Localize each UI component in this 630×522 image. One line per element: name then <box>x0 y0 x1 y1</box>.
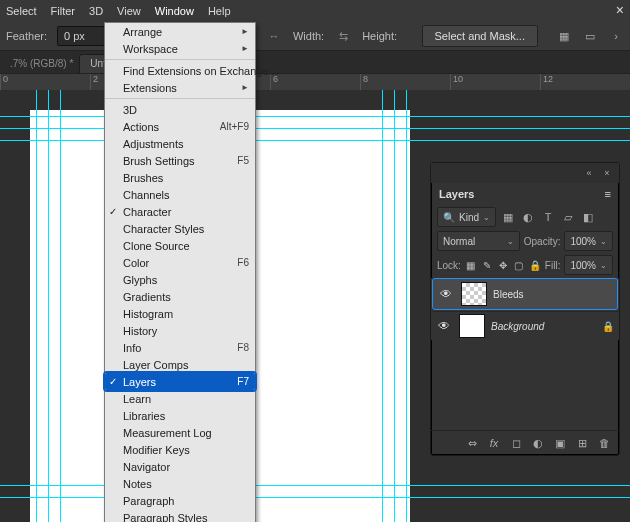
menu-item-paragraph[interactable]: Paragraph <box>105 492 255 509</box>
guide[interactable] <box>382 90 383 522</box>
menu-item-notes[interactable]: Notes <box>105 475 255 492</box>
lock-transparent-icon[interactable]: ▦ <box>465 258 477 272</box>
menu-item-histogram[interactable]: Histogram <box>105 305 255 322</box>
menu-help[interactable]: Help <box>208 5 231 17</box>
filter-type-icon[interactable]: T <box>540 209 556 225</box>
new-layer-icon[interactable]: ⊞ <box>575 436 589 450</box>
layer-list: 👁Bleeds👁Background🔒 <box>431 278 619 340</box>
menu-item-color[interactable]: ColorF6 <box>105 254 255 271</box>
menu-item-3d[interactable]: 3D <box>105 101 255 118</box>
opacity-input[interactable]: 100%⌄ <box>564 231 613 251</box>
menu-item-brush-settings[interactable]: Brush SettingsF5 <box>105 152 255 169</box>
opacity-label: Opacity: <box>524 236 561 247</box>
guide[interactable] <box>0 128 630 129</box>
feather-input[interactable]: 0 px <box>57 26 105 46</box>
filter-shape-icon[interactable]: ▱ <box>560 209 576 225</box>
fill-input[interactable]: 100%⌄ <box>564 255 613 275</box>
panel-title[interactable]: Layers≡ <box>431 183 619 205</box>
delete-icon[interactable]: 🗑 <box>597 436 611 450</box>
visibility-icon[interactable]: 👁 <box>435 319 453 333</box>
select-and-mask-button[interactable]: Select and Mask... <box>422 25 539 47</box>
collapse-icon[interactable]: « <box>583 167 595 179</box>
menu-item-navigator[interactable]: Navigator <box>105 458 255 475</box>
menu-item-arrange[interactable]: Arrange <box>105 23 255 40</box>
lock-icon[interactable]: 🔒 <box>601 321 615 332</box>
lock-artboard-icon[interactable]: ▢ <box>513 258 525 272</box>
mask-icon[interactable]: ◻ <box>509 436 523 450</box>
height-label: Height: <box>362 30 397 42</box>
guide[interactable] <box>0 497 630 498</box>
width-icon: ↔ <box>265 27 283 45</box>
menu-item-brushes[interactable]: Brushes <box>105 169 255 186</box>
menu-item-info[interactable]: InfoF8 <box>105 339 255 356</box>
lock-all-icon[interactable]: 🔒 <box>529 258 541 272</box>
kind-filter[interactable]: 🔍Kind⌄ <box>437 207 496 227</box>
menu-filter[interactable]: Filter <box>51 5 75 17</box>
guide[interactable] <box>0 485 630 486</box>
panel-icon[interactable]: ▭ <box>582 28 598 44</box>
menu-item-character[interactable]: Character <box>105 203 255 220</box>
filter-smart-icon[interactable]: ◧ <box>580 209 596 225</box>
guide[interactable] <box>48 90 49 522</box>
guide[interactable] <box>394 90 395 522</box>
menu-item-history[interactable]: History <box>105 322 255 339</box>
menu-item-gradients[interactable]: Gradients <box>105 288 255 305</box>
close-icon[interactable]: × <box>601 167 613 179</box>
blend-mode-select[interactable]: Normal⌄ <box>437 231 520 251</box>
menu-select[interactable]: Select <box>6 5 37 17</box>
menu-item-channels[interactable]: Channels <box>105 186 255 203</box>
menu-item-paragraph-styles[interactable]: Paragraph Styles <box>105 509 255 522</box>
guide[interactable] <box>0 140 630 141</box>
layer-name[interactable]: Background <box>491 321 544 332</box>
options-bar: Feather: 0 px ↔ Width: ⇆ Height: Select … <box>0 22 630 51</box>
menu-item-layers[interactable]: LayersF7 <box>105 373 255 390</box>
arrow-icon[interactable]: › <box>608 28 624 44</box>
menu-item-libraries[interactable]: Libraries <box>105 407 255 424</box>
menu-item-clone-source[interactable]: Clone Source <box>105 237 255 254</box>
menu-item-adjustments[interactable]: Adjustments <box>105 135 255 152</box>
menu-item-actions[interactable]: ActionsAlt+F9 <box>105 118 255 135</box>
layer-name[interactable]: Bleeds <box>493 289 524 300</box>
lock-label: Lock: <box>437 260 461 271</box>
width-label: Width: <box>293 30 324 42</box>
guide[interactable] <box>60 90 61 522</box>
menu-3d[interactable]: 3D <box>89 5 103 17</box>
group-icon[interactable]: ▣ <box>553 436 567 450</box>
panel-menu-icon[interactable]: ≡ <box>605 188 611 200</box>
filter-pixel-icon[interactable]: ▦ <box>500 209 516 225</box>
menu-item-find-extensions-on-exchange-[interactable]: Find Extensions on Exchange... <box>105 62 255 79</box>
menu-item-modifier-keys[interactable]: Modifier Keys <box>105 441 255 458</box>
fx-icon[interactable]: fx <box>487 436 501 450</box>
menu-item-learn[interactable]: Learn <box>105 390 255 407</box>
lock-pixels-icon[interactable]: ✎ <box>481 258 493 272</box>
menu-item-glyphs[interactable]: Glyphs <box>105 271 255 288</box>
lock-position-icon[interactable]: ✥ <box>497 258 509 272</box>
guide[interactable] <box>0 116 630 117</box>
menu-view[interactable]: View <box>117 5 141 17</box>
visibility-icon[interactable]: 👁 <box>437 287 455 301</box>
menu-item-character-styles[interactable]: Character Styles <box>105 220 255 237</box>
guide[interactable] <box>36 90 37 522</box>
menu-item-extensions[interactable]: Extensions <box>105 79 255 96</box>
layer-row[interactable]: 👁Bleeds <box>432 278 618 310</box>
menu-item-layer-comps[interactable]: Layer Comps <box>105 356 255 373</box>
swap-icon[interactable]: ⇆ <box>334 27 352 45</box>
document-tabs: .7% (RGB/8) * Untitled-1 <box>0 51 630 73</box>
grid-icon[interactable]: ▦ <box>556 28 572 44</box>
link-layers-icon[interactable]: ⇔ <box>465 436 479 450</box>
guide[interactable] <box>406 90 407 522</box>
window-menu-dropdown: ArrangeWorkspaceFind Extensions on Excha… <box>104 22 256 522</box>
menu-item-measurement-log[interactable]: Measurement Log <box>105 424 255 441</box>
adjustment-icon[interactable]: ◐ <box>531 436 545 450</box>
menu-window[interactable]: Window <box>155 5 194 17</box>
window-close-icon[interactable]: × <box>616 2 624 18</box>
layers-panel: « × Layers≡ 🔍Kind⌄ ▦ ◐ T ▱ ◧ Normal⌄ Opa… <box>430 162 620 456</box>
fill-label: Fill: <box>545 260 561 271</box>
layer-thumbnail[interactable] <box>459 314 485 338</box>
layer-thumbnail[interactable] <box>461 282 487 306</box>
menu-bar: Select Filter 3D View Window Help <box>0 0 630 22</box>
menu-item-workspace[interactable]: Workspace <box>105 40 255 57</box>
filter-adjust-icon[interactable]: ◐ <box>520 209 536 225</box>
zoom-info: .7% (RGB/8) * <box>4 55 79 73</box>
layer-row[interactable]: 👁Background🔒 <box>431 311 619 340</box>
